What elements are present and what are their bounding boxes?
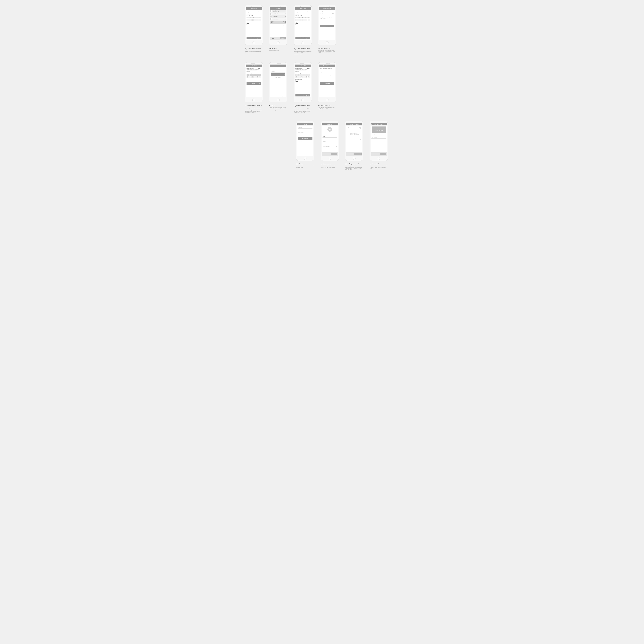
edit-order-link[interactable]: Edit Order <box>295 14 299 15</box>
expiration-field[interactable]: Expiration Date <box>371 134 386 136</box>
place-order-button[interactable]: Place Order ($29.80) <box>295 37 310 39</box>
birthday-field[interactable]: birthday <box>323 140 337 143</box>
page-title: Create Profile <box>322 123 338 125</box>
create-account-button[interactable]: Create Account <box>298 137 312 140</box>
time-picker[interactable]: 10 11 12 1 2 <box>295 74 310 76</box>
continue-button[interactable]: Continue⊕ <box>247 82 261 85</box>
screen-3.0-confirmation-2: Order Confirmation Thank you! Your order… <box>318 62 336 111</box>
cancel-button[interactable]: Cancel <box>271 37 275 39</box>
order-total: $29.80 <box>258 11 261 11</box>
email-field[interactable]: email address <box>298 131 312 134</box>
credit-card-icon <box>247 23 249 24</box>
page-title: ⊕Sign Up <box>297 123 313 125</box>
order-details-button[interactable]: Order Details <box>320 82 334 85</box>
payment-method-selector[interactable]: My Visa › <box>247 23 261 25</box>
page-title: Log in <box>270 65 286 67</box>
edit-order-link[interactable]: Edit Order <box>295 71 299 72</box>
back-icon[interactable]: ‹ <box>371 124 372 125</box>
credit-card-icon <box>296 23 298 24</box>
password-field[interactable]: password <box>298 134 312 136</box>
forgot-password-link[interactable]: Forgot Password? <box>271 77 285 78</box>
back-icon[interactable]: ‹ <box>271 8 271 9</box>
done-button[interactable]: Done ▢ <box>280 37 286 39</box>
back-icon[interactable]: ‹ <box>347 124 347 125</box>
page-title: Review Basket <box>246 7 262 10</box>
dietary-field[interactable]: dietary preferences› <box>323 146 337 148</box>
screen-1.2-create-profile: Create Profile ◉ John Smith phone number… <box>321 121 339 168</box>
password-field[interactable]: password <box>271 70 285 73</box>
firstname-field[interactable]: first name <box>298 126 312 129</box>
page-title: Review Basket <box>295 65 311 67</box>
time-picker[interactable]: 10 11 12 1 2 <box>247 17 261 18</box>
screen-1.4-review-card: ‹Add Payment Method John Smith 1234 5669… <box>370 121 388 169</box>
screen-2.2-review-not-logged: Review Basket Africa Restaurant$29.80 1 … <box>245 62 263 113</box>
time-picker[interactable]: 10 11 12 1 2 <box>247 74 261 76</box>
time-picker[interactable]: 10 11 12 1 2 <box>295 17 310 18</box>
place-order-button[interactable]: Place Order ($29.80)⊕ <box>295 94 310 96</box>
screen-1.1-signup: ⊕Sign Up first name last name email addr… <box>296 121 314 168</box>
credit-card-icon <box>296 81 298 82</box>
qty-input[interactable]: 2 <box>270 18 272 20</box>
chevron-right-icon: › <box>260 23 260 24</box>
payment-method-selector[interactable]: My Visa › <box>295 23 310 25</box>
card-preview: John Smith 1234 5669 1231 2342 <box>372 126 386 133</box>
login-button[interactable]: Log in⊕ <box>271 73 285 76</box>
back-icon[interactable]: ⊕ <box>298 124 299 125</box>
payment-method-selector[interactable]: My Visa › <box>295 80 310 82</box>
page-title: Order Confirmation <box>319 65 335 67</box>
email-field[interactable]: email address <box>271 68 285 70</box>
screen-1.0-login: Log in email address password Log in⊕ Fo… <box>269 62 287 111</box>
screen-3.0-confirmation: Order Confirmation Thank you! Your order… <box>318 5 336 53</box>
lastname-field[interactable]: last name <box>298 129 312 131</box>
qty-input[interactable]: 1 <box>270 10 272 12</box>
page-title: ‹Add Payment Method <box>346 123 362 125</box>
place-order-button[interactable]: Place Order ($29.80) <box>247 37 261 39</box>
firstname-field[interactable]: John <box>323 133 337 135</box>
screen-2.0-review-basket: Review Basket Africa Restaurant$29.80 1 … <box>245 5 263 53</box>
page-title: Review Basket <box>295 7 311 10</box>
qty-input[interactable]: 2 <box>270 16 272 17</box>
qty-input[interactable]: 1 <box>270 13 272 15</box>
phone-field[interactable]: phone number <box>323 138 337 140</box>
page-title: ‹Add Payment Method <box>371 123 387 125</box>
restaurant-name: Africa Restaurant <box>247 11 253 11</box>
done-button[interactable]: Done ⊕ <box>380 153 386 155</box>
ccv-field[interactable]: CCV Number <box>371 136 386 139</box>
signup-link[interactable]: Don't have an account? Sign up ⊕ <box>270 96 286 97</box>
lastname-field[interactable]: Smith <box>323 135 337 138</box>
page-title: ‹Edit Basket <box>270 7 286 10</box>
screen-1.3-add-payment-scan: ‹Add Payment Method Hold credit card her… <box>345 121 363 170</box>
cancel-button[interactable]: Cancel <box>347 153 351 155</box>
screen-2.0-review-loggedin: Review Basket Africa Restaurant$29.80 1 … <box>294 62 312 113</box>
edit-order-link[interactable]: Edit Order ⊕ <box>247 14 251 15</box>
cancel-button[interactable]: Cancel <box>371 153 375 155</box>
camera-icon[interactable]: ◉ <box>327 127 332 132</box>
nickname-field[interactable]: Card Nickname <box>371 139 386 141</box>
screen-2.1-edit-basket: ‹Edit Basket 1Burger ComboCaesar Salad &… <box>269 5 287 51</box>
enter-manually-button[interactable]: Enter manually <box>354 153 362 155</box>
payment-label: Payment Method <box>247 22 261 22</box>
card-scan-viewport: Hold credit card here. It will scan auto… <box>348 128 361 140</box>
skip-button[interactable]: Skip <box>322 153 325 155</box>
gender-field[interactable]: gender <box>323 143 337 145</box>
continue-button[interactable]: Continue <box>331 153 337 155</box>
page-title: Order Confirmation <box>319 7 335 10</box>
pickup-label: Select Pick Up Time <box>247 15 261 16</box>
screen-2.0-review-basket-updated: Review Basket Africa Restaurant$29.80 1 … <box>294 5 312 55</box>
items-summary: 1 Burger Combo, 1 Original Poutine, 2 Ga… <box>247 12 261 14</box>
order-details-button[interactable]: Order Details <box>320 25 334 27</box>
edit-order-link[interactable]: Edit Order <box>247 71 250 72</box>
page-title: Review Basket <box>246 65 262 67</box>
